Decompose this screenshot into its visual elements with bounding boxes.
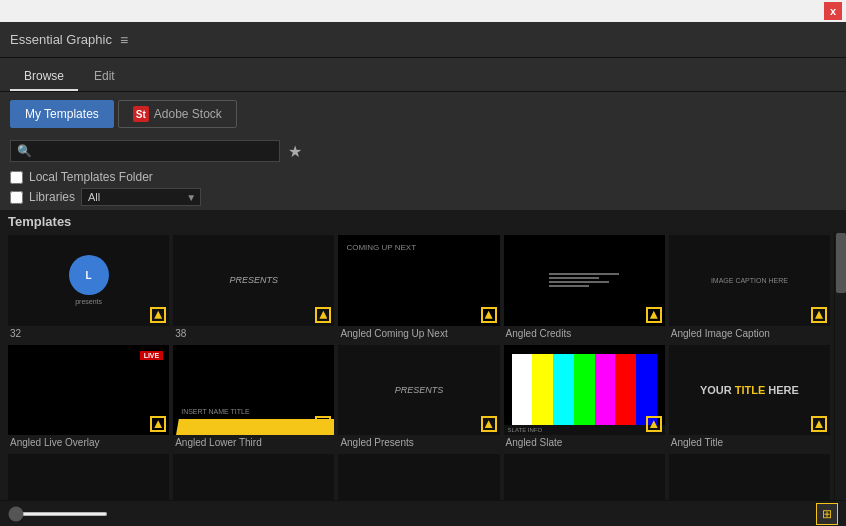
zoom-slider[interactable] <box>8 512 108 516</box>
slate-info: SLATE INFO <box>504 425 665 435</box>
zoom-row <box>8 512 108 516</box>
template-thumbnail: YOUR TITLE HERE <box>669 345 830 436</box>
template-label: Angled Presents <box>338 435 499 450</box>
mogrt-badge <box>811 416 827 432</box>
mogrt-badge-inner <box>319 311 327 319</box>
thumb-content-live: LIVE <box>8 345 169 436</box>
search-input[interactable] <box>36 144 273 158</box>
main-body: L presents 32 PRESENTS <box>0 231 846 500</box>
slate-col-green <box>574 354 595 427</box>
logo-sub: presents <box>75 298 102 305</box>
slate-col-cyan <box>553 354 574 427</box>
list-item[interactable] <box>504 454 665 500</box>
templates-section-label: Templates <box>0 210 846 231</box>
options-row: Local Templates Folder Libraries All ▼ <box>0 166 846 210</box>
thumb-content-38: PRESENTS <box>173 235 334 326</box>
template-label: Angled Image Caption <box>669 326 830 341</box>
template-label: Angled Title <box>669 435 830 450</box>
list-item[interactable]: LIVE Angled Live Overlay <box>8 345 169 451</box>
panel-title: Essential Graphic <box>10 32 112 47</box>
install-button[interactable]: ⊞ <box>816 503 838 525</box>
local-templates-checkbox[interactable] <box>10 171 23 184</box>
template-thumbnail <box>173 454 334 500</box>
mogrt-badge-inner <box>815 311 823 319</box>
mogrt-badge <box>315 416 331 432</box>
st-badge-icon: St <box>133 106 149 122</box>
adobe-stock-button[interactable]: St Adobe Stock <box>118 100 237 128</box>
template-grid: L presents 32 PRESENTS <box>8 235 830 500</box>
template-label: Angled Lower Third <box>173 435 334 450</box>
template-thumbnail: COMING UP NEXT <box>338 235 499 326</box>
template-label: Angled Live Overlay <box>8 435 169 450</box>
slate-col-white <box>512 354 533 427</box>
scrollbar-thumb[interactable] <box>836 233 846 293</box>
list-item[interactable]: IMAGE CAPTION HERE Angled Image Caption <box>669 235 830 341</box>
presents-text: PRESENTS <box>230 275 279 285</box>
list-item[interactable] <box>8 454 169 500</box>
mogrt-badge <box>811 307 827 323</box>
template-thumbnail: PRESENTS <box>338 345 499 436</box>
close-button[interactable]: x <box>824 2 842 20</box>
template-thumbnail <box>504 235 665 326</box>
search-row: 🔍 ★ <box>0 136 846 166</box>
template-thumbnail: INSERT NAME TITLE <box>173 345 334 436</box>
presents-text-2: PRESENTS <box>395 385 444 395</box>
template-thumbnail: L presents <box>8 235 169 326</box>
thumb-content-coming-up: COMING UP NEXT <box>338 235 499 326</box>
tab-browse[interactable]: Browse <box>10 63 78 91</box>
mogrt-badge <box>150 416 166 432</box>
slate-colors <box>512 354 657 427</box>
list-item[interactable]: PRESENTS 38 <box>173 235 334 341</box>
mogrt-badge-inner <box>154 420 162 428</box>
slate-info-text: SLATE INFO <box>508 427 661 433</box>
favorites-star-icon[interactable]: ★ <box>288 142 302 161</box>
local-templates-row: Local Templates Folder <box>10 170 836 184</box>
list-item[interactable] <box>173 454 334 500</box>
libraries-select-wrapper: All ▼ <box>81 188 201 206</box>
mogrt-badge-inner <box>319 420 327 428</box>
coming-up-next-text: COMING UP NEXT <box>346 243 416 252</box>
list-item[interactable]: YOUR TITLE HERE Angled Title <box>669 345 830 451</box>
libraries-checkbox[interactable] <box>10 191 23 204</box>
credit-line <box>549 277 599 279</box>
list-item[interactable] <box>669 454 830 500</box>
libraries-select[interactable]: All <box>81 188 201 206</box>
list-item[interactable]: COMING UP NEXT Angled Coming Up Next <box>338 235 499 341</box>
bottom-row: ⊞ <box>0 500 846 526</box>
grid-scroll[interactable]: L presents 32 PRESENTS <box>0 231 834 500</box>
mogrt-badge <box>481 416 497 432</box>
list-item[interactable]: SLATE INFO Angled Slate <box>504 345 665 451</box>
thumb-content-image-caption: IMAGE CAPTION HERE <box>669 235 830 326</box>
panel-menu-icon[interactable]: ≡ <box>120 32 128 48</box>
mogrt-badge-inner <box>650 311 658 319</box>
list-item[interactable] <box>338 454 499 500</box>
credit-line <box>549 273 619 275</box>
scrollbar-track[interactable] <box>834 231 846 500</box>
template-thumbnail <box>8 454 169 500</box>
adobe-stock-label: Adobe Stock <box>154 107 222 121</box>
list-item[interactable]: Angled Credits <box>504 235 665 341</box>
list-item[interactable]: INSERT NAME TITLE Angled Lower Third <box>173 345 334 451</box>
template-thumbnail: PRESENTS <box>173 235 334 326</box>
slate-col-yellow <box>532 354 553 427</box>
list-item[interactable]: PRESENTS Angled Presents <box>338 345 499 451</box>
title-text: YOUR TITLE HERE <box>700 384 799 396</box>
credit-line <box>549 281 609 283</box>
mogrt-badge-inner <box>485 311 493 319</box>
template-thumbnail: SLATE INFO <box>504 345 665 436</box>
title-text-accent: TITLE <box>735 384 766 396</box>
thumb-content-lower-third: INSERT NAME TITLE <box>173 345 334 436</box>
panel-header: Essential Graphic ≡ <box>0 22 846 58</box>
my-templates-button[interactable]: My Templates <box>10 100 114 128</box>
libraries-row: Libraries All ▼ <box>10 188 836 206</box>
template-label: Angled Coming Up Next <box>338 326 499 341</box>
logo-circle: L <box>69 255 109 295</box>
template-thumbnail <box>504 454 665 500</box>
tab-edit[interactable]: Edit <box>80 63 129 91</box>
mogrt-badge <box>646 416 662 432</box>
template-thumbnail: LIVE <box>8 345 169 436</box>
thumb-content-credits <box>504 235 665 326</box>
list-item[interactable]: L presents 32 <box>8 235 169 341</box>
install-button-wrapper: ⊞ <box>816 503 838 525</box>
mogrt-badge-inner <box>815 420 823 428</box>
